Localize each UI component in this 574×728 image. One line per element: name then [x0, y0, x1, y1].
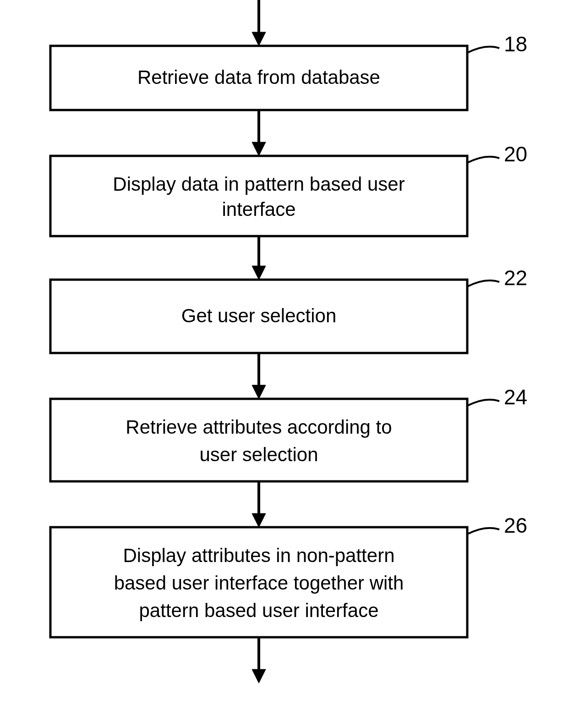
label-26: 26 — [504, 513, 527, 537]
step-18-text: Retrieve data from database — [137, 66, 380, 88]
arrow-into-18 — [252, 0, 266, 46]
step-22: Get user selection — [50, 280, 467, 353]
step-24: Retrieve attributes according to user se… — [50, 399, 467, 481]
arrow-18-20 — [252, 110, 266, 156]
leader-18: 18 — [467, 32, 527, 56]
step-26: Display attributes in non-pattern based … — [50, 527, 467, 637]
leader-24: 24 — [467, 385, 527, 409]
svg-marker-1 — [252, 32, 266, 46]
leader-20: 20 — [467, 142, 527, 166]
label-24: 24 — [504, 385, 527, 409]
flowchart-svg: Retrieve data from database 18 Display d… — [0, 0, 574, 728]
step-20: Display data in pattern based user inter… — [50, 156, 467, 236]
svg-marker-13 — [252, 513, 266, 527]
svg-marker-16 — [252, 669, 266, 683]
arrow-24-26 — [252, 481, 266, 527]
step-22-text: Get user selection — [181, 305, 337, 326]
leader-26: 26 — [467, 513, 527, 537]
svg-marker-10 — [252, 385, 266, 399]
svg-marker-4 — [252, 142, 266, 156]
step-26-text-line3: pattern based user interface — [139, 600, 379, 621]
step-18: Retrieve data from database — [50, 46, 467, 110]
step-24-text-line2: user selection — [199, 444, 318, 465]
label-20: 20 — [504, 142, 527, 166]
svg-marker-7 — [252, 266, 266, 280]
step-26-text-line1: Display attributes in non-pattern — [123, 545, 395, 566]
svg-rect-5 — [50, 156, 467, 236]
arrow-out-26 — [252, 637, 266, 683]
step-20-text-line2: interface — [222, 199, 295, 220]
arrow-22-24 — [252, 353, 266, 399]
step-24-text-line1: Retrieve attributes according to — [126, 416, 392, 438]
label-18: 18 — [504, 32, 527, 56]
arrow-20-22 — [252, 236, 266, 280]
leader-22: 22 — [467, 266, 527, 290]
step-26-text-line2: based user interface together with — [114, 572, 404, 594]
step-20-text-line1: Display data in pattern based user — [113, 173, 405, 195]
svg-rect-11 — [50, 399, 467, 481]
label-22: 22 — [504, 266, 527, 290]
